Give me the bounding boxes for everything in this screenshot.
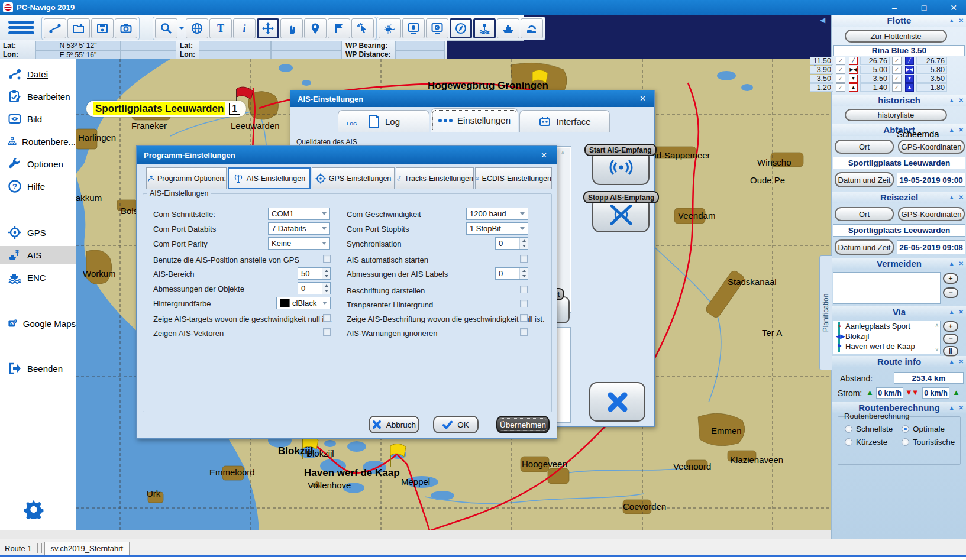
collapse-icon[interactable]: ▲ xyxy=(949,15,955,27)
vermeiden-add-button[interactable]: + xyxy=(943,273,958,284)
info-tool-button[interactable]: i xyxy=(233,18,256,38)
settings-gear-icon[interactable] xyxy=(24,499,44,519)
ignore-ais-warnings-checkbox[interactable] xyxy=(520,328,528,336)
tab-ais-einstellungen[interactable]: AIS-Einstellungen xyxy=(228,167,311,189)
reiseziel-gps-button[interactable]: GPS-Koordinaten xyxy=(898,207,965,221)
ais-dialog-close-icon[interactable]: ✕ xyxy=(639,94,646,103)
via-pause-button[interactable]: ‖ xyxy=(943,346,958,357)
mouse-screen-button[interactable] xyxy=(402,18,425,38)
pan-tool-button[interactable] xyxy=(257,18,279,38)
transparent-background-checkbox[interactable] xyxy=(520,300,528,307)
flotte-header[interactable]: Flotte ▲✕ xyxy=(832,15,966,27)
use-ais-position-checkbox[interactable] xyxy=(323,255,331,263)
maximize-button[interactable]: □ xyxy=(917,3,931,12)
route-start-label[interactable]: Sportligplaats Leeuwarden 1 xyxy=(86,101,246,117)
spin-down-icon[interactable] xyxy=(520,274,528,280)
collapse-icon[interactable]: ▲ xyxy=(949,356,955,368)
object-size-spinner[interactable]: 0 xyxy=(298,282,331,294)
close-section-icon[interactable]: ✕ xyxy=(959,306,964,318)
close-section-icon[interactable]: ✕ xyxy=(959,95,964,106)
sidebar-item-bearbeiten[interactable]: Bearbeiten xyxy=(0,88,76,105)
ais-dialog-big-close-button[interactable] xyxy=(589,382,645,422)
select-tool-button[interactable] xyxy=(351,18,374,38)
open-route-button[interactable] xyxy=(67,18,90,38)
route-file-button[interactable] xyxy=(44,18,66,38)
tab-gps-einstellungen[interactable]: GPS-Einstellungen xyxy=(312,167,395,189)
minimize-button[interactable]: – xyxy=(888,3,901,12)
history-list-button[interactable]: historyliste xyxy=(845,109,947,121)
synchronisation-spinner[interactable]: 0 xyxy=(495,237,528,250)
tab-ecdis-einstellungen[interactable]: ECDIS-Einstellungen xyxy=(475,167,552,189)
cancel-button[interactable]: Abbruch xyxy=(369,416,419,433)
close-section-icon[interactable]: ✕ xyxy=(959,192,964,203)
text-tool-button[interactable]: T xyxy=(209,18,232,38)
close-section-icon[interactable]: ✕ xyxy=(959,15,964,27)
collapse-icon[interactable]: ▲ xyxy=(949,192,955,203)
route-tab[interactable]: Route 1 xyxy=(0,542,37,555)
collapse-icon[interactable]: ▲ xyxy=(949,95,955,106)
abfahrt-ort-button[interactable]: Ort xyxy=(835,140,894,154)
show-zero-speed-targets-checkbox[interactable] xyxy=(323,314,331,322)
gps-screen-button[interactable] xyxy=(426,18,448,38)
collapse-icon[interactable]: ▲ xyxy=(949,402,955,414)
background-color-select[interactable]: clBlack xyxy=(276,297,331,309)
sidebar-item-optionen[interactable]: Optionen xyxy=(0,155,76,173)
ok-button[interactable]: OK xyxy=(433,416,479,433)
close-section-icon[interactable]: ✕ xyxy=(959,356,964,368)
via-remove-button[interactable]: − xyxy=(943,334,958,344)
show-ais-vectors-checkbox[interactable] xyxy=(323,328,331,336)
menu-hamburger-icon[interactable] xyxy=(8,18,34,37)
spin-up-icon[interactable] xyxy=(322,283,330,289)
dim-checkbox[interactable]: ✓ xyxy=(892,83,902,92)
spin-up-icon[interactable] xyxy=(520,238,528,244)
planification-tab[interactable]: Planification xyxy=(819,255,832,370)
settings-dialog-close-icon[interactable]: ✕ xyxy=(541,151,547,160)
collapse-icon[interactable]: ▲ xyxy=(949,124,955,136)
databits-select[interactable]: 7 Databits xyxy=(268,222,330,235)
radio-kuerzeste[interactable]: Kürzeste xyxy=(845,438,887,446)
sidebar-item-ais[interactable]: AIS xyxy=(0,246,76,264)
dim-checkbox[interactable]: ✓ xyxy=(836,75,845,83)
ferry-button[interactable] xyxy=(497,18,519,38)
vermeiden-remove-button[interactable]: − xyxy=(943,287,958,298)
via-header[interactable]: Via ▲✕ xyxy=(832,306,966,318)
reroute-button[interactable] xyxy=(521,18,543,38)
sidebar-item-gps[interactable]: GPS xyxy=(0,224,76,241)
sidebar-item-routenberechnung[interactable]: Routenbere... xyxy=(0,132,76,150)
reiseziel-datetime-button[interactable]: Datum und Zeit xyxy=(835,239,894,255)
tab-tracks-einstellungen[interactable]: Tracks-Einstellungen xyxy=(396,167,474,189)
hand-tool-button[interactable] xyxy=(280,18,303,38)
dim-checkbox[interactable]: ✓ xyxy=(892,75,902,83)
apply-button[interactable]: Übernehmen xyxy=(496,416,550,433)
vermeiden-list[interactable] xyxy=(833,272,941,304)
save-route-button[interactable] xyxy=(91,18,114,38)
tab-einstellungen[interactable]: Einstellungen xyxy=(431,108,518,132)
sidebar-item-enc[interactable]: ENC xyxy=(0,268,76,286)
tab-log[interactable]: LOG Log xyxy=(338,110,429,132)
stopbits-select[interactable]: 1 StopBit xyxy=(466,222,528,235)
reiseziel-header[interactable]: Reiseziel ▲✕ xyxy=(832,192,966,203)
ais-autostart-checkbox[interactable] xyxy=(520,255,528,263)
via-item[interactable]: ◀▶Blokzijl xyxy=(833,331,940,341)
via-list[interactable]: ⚑Aanlegplaats Sport ◀▶Blokzijl ⚑Haven we… xyxy=(833,321,941,354)
zoom-dropdown-icon[interactable] xyxy=(179,18,185,38)
dim-checkbox[interactable]: ✓ xyxy=(836,57,845,65)
dim-checkbox[interactable]: ✓ xyxy=(892,57,902,65)
sidebar-item-datei[interactable]: Datei xyxy=(0,65,76,83)
sidebar-item-google-maps[interactable]: G Google Maps xyxy=(0,315,76,332)
collapse-icon[interactable]: ▲ xyxy=(949,306,955,318)
buoy-button[interactable] xyxy=(473,18,496,38)
dim-checkbox[interactable]: ✓ xyxy=(892,66,902,74)
parity-select[interactable]: Keine xyxy=(268,237,330,250)
fleet-list-button[interactable]: Zur Flottenliste xyxy=(845,30,947,43)
radio-schnellste[interactable]: Schnellste xyxy=(845,425,893,433)
show-zero-speed-captions-checkbox[interactable] xyxy=(520,314,528,322)
spin-up-icon[interactable] xyxy=(520,268,528,274)
zoom-button[interactable] xyxy=(155,18,177,38)
show-captions-checkbox[interactable] xyxy=(520,286,528,293)
via-scroll-down-icon[interactable]: ∨ xyxy=(935,347,939,352)
dim-checkbox[interactable]: ✓ xyxy=(836,83,845,92)
panel-collapse-icon[interactable]: ◀ xyxy=(820,16,825,24)
spin-up-icon[interactable] xyxy=(322,268,330,274)
sidebar-item-bild[interactable]: Bild xyxy=(0,110,76,128)
